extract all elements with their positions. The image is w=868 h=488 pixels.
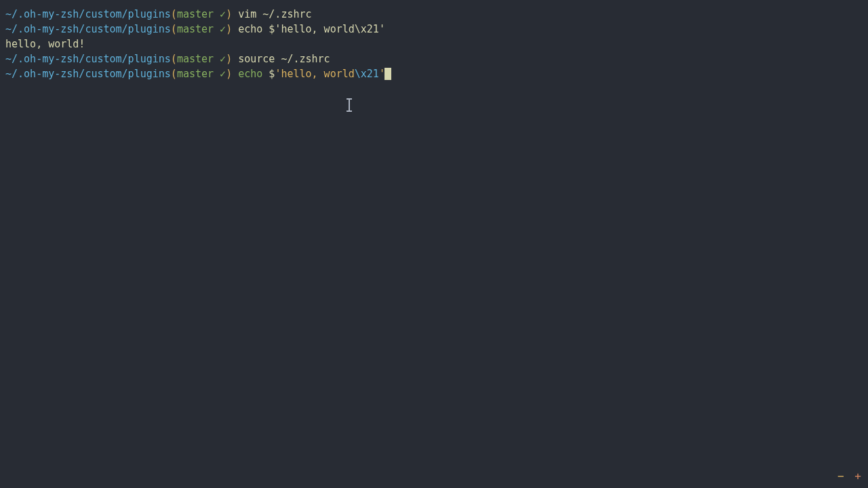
prompt-paren-close: ) xyxy=(226,23,232,35)
cursor-block xyxy=(384,68,391,80)
command-text: source ~/.zshrc xyxy=(238,53,330,65)
cmd-escape: \x21 xyxy=(355,68,379,80)
zoom-in-button[interactable]: + xyxy=(854,470,861,483)
current-input-line[interactable]: ~/.oh-my-zsh/custom/plugins(master ✓) ec… xyxy=(5,66,863,81)
history-line: ~/.oh-my-zsh/custom/plugins(master ✓) ec… xyxy=(5,22,863,37)
prompt-paren-open: ( xyxy=(171,53,177,65)
prompt-paren-open: ( xyxy=(171,8,177,20)
prompt-branch: master xyxy=(177,68,214,80)
terminal-area[interactable]: ~/.oh-my-zsh/custom/plugins(master ✓) vi… xyxy=(0,0,868,88)
prompt-paren-close: ) xyxy=(226,68,232,80)
prompt-paren-close: ) xyxy=(226,53,232,65)
prompt-path: ~/.oh-my-zsh/custom/plugins xyxy=(5,23,171,35)
prompt-paren-open: ( xyxy=(171,68,177,80)
cmd-dollar: $ xyxy=(262,68,275,80)
prompt-path: ~/.oh-my-zsh/custom/plugins xyxy=(5,68,171,80)
output-line: hello, world! xyxy=(5,37,863,52)
prompt-branch: master xyxy=(177,53,214,65)
text-cursor-icon xyxy=(346,99,353,111)
history-line: ~/.oh-my-zsh/custom/plugins(master ✓) vi… xyxy=(5,7,863,22)
prompt-paren-close: ) xyxy=(226,8,232,20)
command-text: vim ~/.zshrc xyxy=(238,8,311,20)
prompt-path: ~/.oh-my-zsh/custom/plugins xyxy=(5,8,171,20)
history-line: ~/.oh-my-zsh/custom/plugins(master ✓) so… xyxy=(5,52,863,66)
command-text: echo $'hello, world\x21' xyxy=(238,23,385,35)
prompt-check-icon: ✓ xyxy=(214,68,226,80)
zoom-controls: − + xyxy=(833,469,861,484)
prompt-branch: master xyxy=(177,23,214,35)
cmd-builtin: echo xyxy=(238,68,262,80)
prompt-check-icon: ✓ xyxy=(214,23,226,35)
prompt-check-icon: ✓ xyxy=(214,8,226,20)
prompt-paren-open: ( xyxy=(171,23,177,35)
prompt-path: ~/.oh-my-zsh/custom/plugins xyxy=(5,53,171,65)
prompt-check-icon: ✓ xyxy=(214,53,226,65)
zoom-out-button[interactable]: − xyxy=(837,470,844,483)
cmd-string-body: hello, world xyxy=(281,68,354,80)
prompt-branch: master xyxy=(177,8,214,20)
